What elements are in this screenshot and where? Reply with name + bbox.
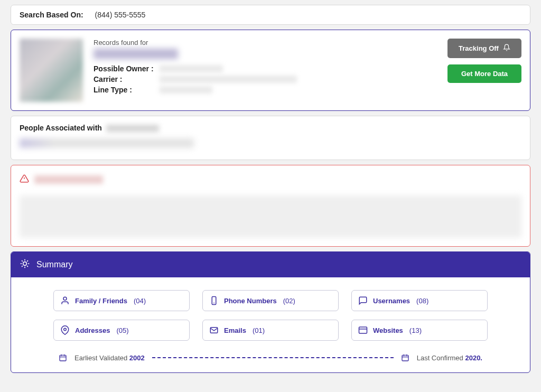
chip-usernames[interactable]: Usernames (08) xyxy=(351,290,488,311)
associated-subject-redacted xyxy=(106,125,159,132)
summary-grid: Family / Friends (04) Phone Numbers (02)… xyxy=(11,277,530,347)
warning-icon xyxy=(20,174,29,185)
phone-icon xyxy=(209,296,219,305)
chip-count: (01) xyxy=(253,326,265,334)
search-label: Search Based On: xyxy=(20,11,83,19)
chip-count: (04) xyxy=(134,297,146,305)
records-found-label: Records found for xyxy=(94,39,437,46)
summary-header: Summary xyxy=(11,252,530,277)
svg-line-7 xyxy=(22,260,23,262)
web-icon xyxy=(358,325,368,335)
pin-icon xyxy=(60,325,70,335)
alert-card xyxy=(11,165,530,247)
chip-count: (02) xyxy=(283,297,295,305)
svg-rect-22 xyxy=(402,356,408,361)
chip-addresses[interactable]: Addresses (05) xyxy=(53,320,190,341)
summary-card: Summary Family / Friends (04) Phone Numb… xyxy=(11,251,530,373)
person-icon xyxy=(60,296,70,305)
chip-count: (13) xyxy=(409,326,422,334)
chip-label: Family / Friends xyxy=(75,297,127,305)
tracking-label: Tracking Off xyxy=(459,44,499,52)
carrier-redacted xyxy=(160,76,297,83)
linetype-redacted xyxy=(160,86,212,94)
linetype-label: Line Type : xyxy=(94,86,154,94)
search-value: (844) 555-5555 xyxy=(95,11,146,19)
bell-icon xyxy=(503,44,510,53)
alert-title-redacted xyxy=(34,175,103,184)
svg-line-8 xyxy=(27,266,28,267)
earliest-label: Earliest Validated xyxy=(74,354,127,362)
chip-count: (05) xyxy=(116,326,128,334)
svg-line-9 xyxy=(22,266,23,267)
chip-label: Emails xyxy=(224,326,246,334)
profile-info: Records found for Possible Owner : Carri… xyxy=(94,39,437,102)
svg-point-14 xyxy=(64,329,67,331)
chip-label: Addresses xyxy=(75,326,110,334)
latest-year: 2020. xyxy=(465,354,482,362)
associated-title: People Associated with xyxy=(20,124,102,132)
chip-label: Phone Numbers xyxy=(224,297,277,305)
svg-line-10 xyxy=(27,260,28,262)
svg-rect-16 xyxy=(359,327,367,333)
lightbulb-icon xyxy=(20,258,30,271)
timeline-row: Earliest Validated 2002 Last Confirmed 2… xyxy=(11,347,530,364)
summary-title: Summary xyxy=(36,260,72,269)
timeline-divider xyxy=(152,357,394,358)
chip-label: Usernames xyxy=(373,297,410,305)
mail-icon xyxy=(209,325,219,335)
chip-emails[interactable]: Emails (01) xyxy=(202,320,339,341)
tracking-toggle-button[interactable]: Tracking Off xyxy=(447,39,521,58)
get-more-data-label: Get More Data xyxy=(461,70,508,78)
calendar-icon xyxy=(59,353,67,362)
profile-name-redacted xyxy=(94,49,178,59)
carrier-label: Carrier : xyxy=(94,75,154,83)
latest-label: Last Confirmed xyxy=(417,354,463,362)
associated-list-redacted xyxy=(20,138,194,148)
profile-actions: Tracking Off Get More Data xyxy=(447,39,521,102)
svg-point-11 xyxy=(63,297,67,301)
earliest-year: 2002 xyxy=(129,354,145,362)
chip-label: Websites xyxy=(373,326,403,334)
get-more-data-button[interactable]: Get More Data xyxy=(447,64,521,83)
chat-icon xyxy=(358,296,368,305)
chip-phone-numbers[interactable]: Phone Numbers (02) xyxy=(202,290,339,311)
possible-owner-label: Possible Owner : xyxy=(94,64,154,73)
profile-card: Records found for Possible Owner : Carri… xyxy=(11,30,530,111)
alert-body-redacted xyxy=(20,195,521,238)
svg-point-2 xyxy=(23,262,27,266)
chip-count: (08) xyxy=(416,297,428,305)
possible-owner-redacted xyxy=(160,65,223,72)
associated-people-card: People Associated with xyxy=(11,116,530,160)
svg-rect-18 xyxy=(60,356,66,361)
calendar-icon xyxy=(401,353,409,362)
chip-websites[interactable]: Websites (13) xyxy=(351,320,488,341)
avatar xyxy=(20,39,83,102)
chip-family-friends[interactable]: Family / Friends (04) xyxy=(53,290,190,311)
search-bar-card: Search Based On: (844) 555-5555 xyxy=(11,5,530,25)
